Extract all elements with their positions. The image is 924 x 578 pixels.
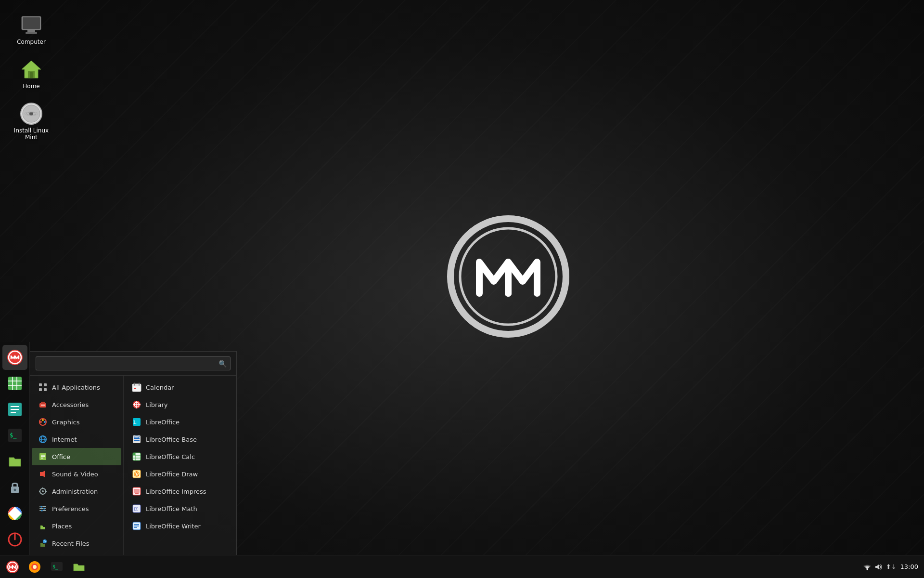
svg-rect-17 (8, 377, 22, 390)
desktop-icon-computer[interactable]: Computer (10, 10, 53, 49)
category-graphics[interactable]: Graphics (32, 413, 121, 431)
sound-video-icon (38, 469, 48, 479)
menu-body: All Applications Accessories (30, 376, 236, 555)
category-places-label: Places (52, 523, 72, 530)
svg-point-44 (42, 419, 44, 421)
install-icon-label: Install Linux Mint (13, 127, 49, 141)
svg-rect-39 (41, 402, 45, 404)
svg-point-29 (13, 489, 16, 491)
category-administration[interactable]: Administration (32, 483, 121, 500)
sidebar-lock-button[interactable] (2, 475, 27, 500)
mint-logo (446, 214, 571, 339)
app-libreoffice-math-label: LibreOffice Math (146, 505, 197, 512)
all-apps-icon (38, 382, 48, 393)
app-libreoffice-base[interactable]: LibreOffice Base (126, 431, 234, 448)
taskbar-left: $_ (0, 556, 91, 578)
svg-point-64 (41, 510, 43, 512)
app-libreoffice-writer-label: LibreOffice Writer (146, 523, 201, 530)
svg-point-107 (33, 565, 37, 569)
svg-rect-37 (44, 388, 47, 391)
app-menu: 🔍 All Applications (30, 351, 237, 555)
app-libreoffice[interactable]: L LibreOffice (126, 413, 234, 431)
sidebar-mintmenu-button[interactable] (2, 345, 27, 370)
lomath-app-icon: ∫∑ (131, 503, 142, 514)
app-libreoffice-math[interactable]: ∫∑ LibreOffice Math (126, 500, 234, 517)
desktop-icon-home[interactable]: Home (10, 54, 53, 93)
category-recent-files[interactable]: Recent Files (32, 535, 121, 552)
tray-icons: ⬆↓ (863, 563, 897, 571)
sidebar-browser-button[interactable] (2, 501, 27, 526)
sidebar-terminal-button[interactable]: $_ (2, 423, 27, 448)
users-icon[interactable]: ⬆↓ (886, 563, 897, 570)
category-all-applications[interactable]: All Applications (32, 379, 121, 396)
app-libreoffice-impress-label: LibreOffice Impress (146, 488, 206, 495)
lodraw-app-icon (131, 469, 142, 479)
lowriter-app-icon (131, 521, 142, 531)
app-libreoffice-draw-label: LibreOffice Draw (146, 471, 198, 478)
category-places[interactable]: Places (32, 517, 121, 535)
libreoffice-app-icon: L (131, 417, 142, 427)
app-sidebar: $_ (0, 342, 30, 555)
category-internet-label: Internet (52, 436, 77, 443)
computer-icon-label: Computer (17, 39, 46, 45)
taskbar-firefox-button[interactable] (24, 556, 45, 578)
svg-text:∫∑: ∫∑ (133, 506, 138, 512)
category-accessories[interactable]: Accessories (32, 396, 121, 413)
category-preferences[interactable]: Preferences (32, 500, 121, 517)
home-icon (20, 58, 43, 81)
taskbar-menu-button[interactable] (2, 556, 23, 578)
app-library-label: Library (146, 401, 167, 408)
svg-point-42 (40, 421, 42, 423)
graphics-icon (38, 417, 48, 427)
taskbar-clock[interactable]: 13:00 (900, 563, 918, 570)
app-libreoffice-calc[interactable]: LibreOffice Calc (126, 448, 234, 465)
category-preferences-label: Preferences (52, 505, 89, 512)
svg-rect-86 (133, 453, 135, 455)
desktop: Computer Home (0, 0, 924, 578)
home-icon-label: Home (23, 83, 39, 90)
taskbar-terminal-button[interactable]: $_ (46, 556, 67, 578)
app-libreoffice-impress[interactable]: LibreOffice Impress (126, 483, 234, 500)
category-office-label: Office (52, 453, 70, 460)
svg-point-63 (43, 508, 45, 510)
menu-categories: All Applications Accessories (30, 376, 124, 555)
sidebar-power-button[interactable] (2, 527, 27, 552)
search-button[interactable]: 🔍 (218, 360, 227, 368)
app-calendar[interactable]: Calendar (126, 379, 234, 396)
category-recent-label: Recent Files (52, 540, 90, 547)
category-sound-video[interactable]: Sound & Video (32, 465, 121, 483)
sidebar-files-button[interactable] (2, 449, 27, 474)
svg-rect-67 (132, 384, 141, 386)
calendar-app-icon (131, 382, 142, 393)
svg-rect-36 (39, 388, 42, 391)
svg-rect-35 (44, 383, 47, 386)
taskbar-files-button[interactable] (68, 556, 90, 578)
network-icon[interactable] (863, 563, 872, 571)
app-calendar-label: Calendar (146, 384, 174, 391)
search-input[interactable] (36, 356, 231, 370)
office-icon (38, 451, 48, 462)
app-libreoffice-writer[interactable]: LibreOffice Writer (126, 517, 234, 535)
category-sound-video-label: Sound & Video (52, 471, 98, 478)
sidebar-spreadsheet-button[interactable] (2, 371, 27, 396)
app-library[interactable]: Library (126, 396, 234, 413)
svg-rect-79 (134, 440, 140, 441)
preferences-icon (38, 503, 48, 514)
sidebar-notes-button[interactable] (2, 397, 27, 422)
category-internet[interactable]: Internet (32, 431, 121, 448)
svg-rect-5 (27, 30, 35, 32)
library-app-icon (131, 399, 142, 410)
svg-text:L: L (133, 420, 137, 425)
desktop-icon-install[interactable]: Install Linux Mint (10, 98, 53, 144)
menu-apps-panel: Calendar Library (124, 376, 236, 555)
category-office[interactable]: Office (32, 448, 121, 465)
app-libreoffice-base-label: LibreOffice Base (146, 436, 197, 443)
svg-rect-34 (39, 383, 42, 386)
svg-point-43 (44, 421, 46, 423)
svg-text:$_: $_ (52, 564, 59, 570)
app-libreoffice-draw[interactable]: LibreOffice Draw (126, 465, 234, 483)
accessories-icon (38, 399, 48, 410)
svg-rect-93 (134, 489, 140, 493)
volume-icon[interactable] (874, 563, 883, 571)
svg-point-62 (40, 506, 42, 508)
